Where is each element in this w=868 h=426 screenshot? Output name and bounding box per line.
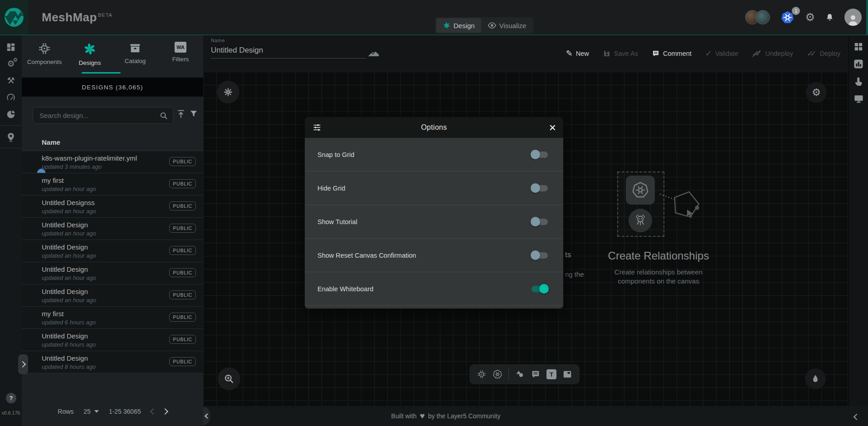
dock-text-tool-icon[interactable]: T	[546, 369, 556, 379]
layer5-logo[interactable]	[0, 0, 28, 34]
deploy-button[interactable]: ✓✓ Deploy	[807, 49, 840, 58]
previous-page-button[interactable]	[151, 408, 154, 415]
profile-avatar[interactable]	[844, 9, 862, 26]
search-icon[interactable]	[159, 111, 168, 120]
tab-designs[interactable]: Designs	[67, 35, 112, 78]
design-visibility-badge: PUBLIC	[169, 157, 196, 166]
dock-components-icon[interactable]	[477, 369, 487, 379]
tab-filters[interactable]: WA Filters	[158, 35, 203, 78]
canvas-settings-button[interactable]	[217, 81, 239, 103]
option-toggle[interactable]	[532, 152, 548, 158]
design-visibility-badge: PUBLIC	[169, 290, 196, 299]
toggle-knob	[531, 183, 540, 193]
design-list-item[interactable]: Untitled Designss updated an hour ago PU…	[22, 196, 203, 218]
design-list: k8s-wasm-plugin-ratelimiter.yml updated …	[22, 151, 203, 373]
settings-gear-icon[interactable]: ⚙	[805, 12, 815, 23]
import-design-icon[interactable]	[176, 109, 186, 119]
kubernetes-count-badge: 1	[792, 7, 800, 15]
tab-design[interactable]: Design	[436, 18, 481, 33]
catalog-archive-icon	[129, 42, 141, 54]
kubernetes-context-button[interactable]: 1	[780, 10, 795, 25]
help-button[interactable]: ?	[6, 393, 16, 403]
option-toggle[interactable]	[532, 219, 548, 225]
header-actions: 1 ⚙	[745, 0, 862, 34]
design-list-item[interactable]: Untitled Design updated an hour ago PUBL…	[22, 284, 203, 307]
design-visibility-badge: PUBLIC	[169, 357, 196, 366]
app-name: MeshMap	[42, 10, 97, 24]
save-as-button[interactable]: Save As	[603, 49, 638, 58]
toggle-knob	[531, 250, 540, 260]
dock-comment-icon[interactable]	[531, 369, 541, 379]
validate-button[interactable]: ✓ Validate	[705, 49, 738, 58]
collapse-left-panel-handle[interactable]	[203, 407, 210, 425]
zoom-button[interactable]	[218, 367, 240, 390]
search-row	[22, 97, 203, 133]
dock-kubernetes-icon[interactable]	[493, 369, 502, 379]
design-toolbar: ✎ New Save As	[566, 35, 840, 72]
canvas-options-button[interactable]: ⚙	[806, 82, 827, 103]
design-list-item[interactable]: Untitled Design updated an hour ago PUBL…	[22, 218, 203, 240]
widgets-grid-icon[interactable]	[853, 42, 863, 52]
option-label: Hide Grid	[317, 185, 345, 192]
toggle-knob	[539, 284, 549, 294]
tutorial-relationship-graphic	[660, 176, 723, 228]
undeploy-button[interactable]: ✓✓ Undeploy	[752, 49, 793, 58]
wasm-filters-icon: WA	[175, 42, 186, 53]
design-list-item[interactable]: my first updated an hour ago PUBLIC	[22, 173, 203, 196]
dock-media-icon[interactable]	[562, 369, 572, 379]
person-icon	[846, 13, 860, 26]
design-pinwheel-icon	[443, 21, 451, 29]
footer-credit: Built with ♥ by the Layer5 Community	[391, 406, 501, 426]
sidebar-item-performance[interactable]	[0, 89, 22, 106]
option-toggle[interactable]	[532, 286, 548, 292]
analytics-panel-icon[interactable]	[853, 59, 864, 69]
filter-funnel-icon[interactable]	[189, 109, 198, 118]
option-row: Show Tutorial	[305, 205, 563, 239]
design-list-item[interactable]: Untitled Design updated an hour ago PUBL…	[22, 240, 203, 262]
pagination-bar: Rows 25 1-25 36065	[22, 404, 203, 419]
new-button[interactable]: ✎ New	[566, 49, 589, 58]
design-visibility-badge: PUBLIC	[169, 201, 196, 211]
display-monitor-icon[interactable]	[853, 93, 864, 104]
active-tab-indicator	[82, 72, 121, 73]
next-page-button[interactable]	[164, 408, 167, 415]
rows-per-page-select[interactable]: 25	[83, 408, 99, 415]
touch-interactions-icon[interactable]	[853, 76, 864, 87]
components-chip-icon	[38, 42, 51, 55]
drop-tool-button[interactable]	[805, 368, 826, 389]
comment-button[interactable]: Comment	[652, 49, 692, 58]
sidebar-item-lifecycle[interactable]: ⚙⚙	[0, 55, 22, 72]
design-list-item[interactable]: my first updated 6 hours ago PUBLIC	[22, 307, 203, 329]
option-toggle[interactable]	[532, 252, 548, 259]
collaborator-avatars[interactable]	[745, 10, 770, 24]
design-list-item[interactable]: Untitled Design updated 8 hours ago PUBL…	[22, 351, 203, 373]
option-row: Show Reset Canvas Confirmation	[305, 239, 563, 272]
sidebar-item-extensions[interactable]	[0, 106, 22, 122]
sidebar-item-configuration[interactable]: ⚒	[0, 72, 22, 89]
dock-shapes-icon[interactable]	[515, 369, 525, 379]
tab-visualize-label: Visualize	[499, 22, 527, 29]
screen-edge-accent	[866, 0, 868, 34]
caret-down-icon	[94, 410, 99, 413]
input-underline	[211, 58, 366, 59]
design-list-item[interactable]: Untitled Design updated 8 hours ago PUBL…	[22, 329, 203, 351]
panel-expander-handle[interactable]	[18, 354, 28, 374]
search-input[interactable]	[33, 112, 159, 119]
sidebar-item-dashboard[interactable]	[0, 39, 22, 55]
hidden-card-desc-fragment: ng the	[565, 270, 584, 278]
close-icon[interactable]: ×	[549, 122, 556, 133]
design-visibility-badge: PUBLIC	[169, 224, 196, 233]
tab-designs-label: Designs	[79, 59, 101, 66]
sidebar-item-meshmap[interactable]	[0, 128, 22, 145]
tab-components[interactable]: Components	[22, 35, 67, 78]
collapse-right-dock-handle[interactable]	[854, 413, 858, 421]
tab-visualize[interactable]: Visualize	[481, 18, 533, 33]
collaborator-avatar-2[interactable]	[756, 10, 770, 24]
tab-catalog[interactable]: Catalog	[112, 35, 158, 78]
design-list-item[interactable]: k8s-wasm-plugin-ratelimiter.yml updated …	[22, 151, 203, 173]
design-list-item[interactable]: Untitled Design updated an hour ago PUBL…	[22, 262, 203, 284]
option-toggle[interactable]	[532, 185, 548, 191]
tune-sliders-icon	[312, 122, 322, 132]
design-name-input[interactable]: Untitled Design	[211, 46, 392, 55]
notifications-bell-icon[interactable]	[825, 13, 834, 22]
